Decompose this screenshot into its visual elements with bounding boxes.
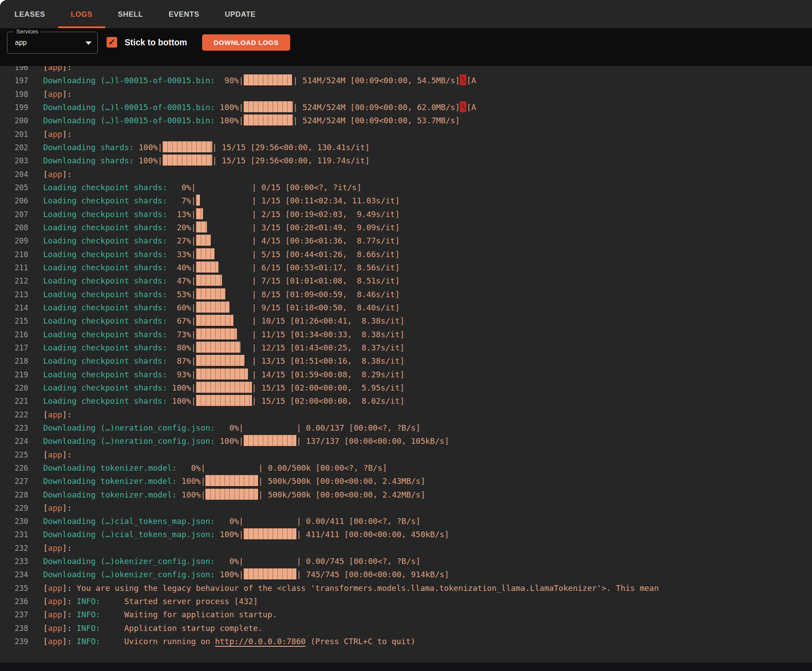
log-line-content: [app]:	[43, 450, 72, 459]
progress-bar-fill	[196, 221, 207, 232]
log-text: 100%|	[181, 490, 205, 499]
log-line-content: Loading checkpoint shards: 100%|| 15/15 …	[43, 383, 405, 392]
log-text: app	[48, 66, 63, 72]
line-number: 220	[0, 381, 28, 394]
log-text: [	[43, 637, 48, 646]
log-text: INFO:	[72, 623, 100, 633]
log-text: Loading checkpoint shards:	[43, 330, 172, 339]
progress-bar	[244, 435, 296, 446]
log-text: Downloading (…)l-00015-of-00015.bin:	[43, 76, 220, 85]
progress-bar	[196, 235, 252, 246]
log-line-content: [app]: You are using the legacy behaviou…	[43, 583, 659, 593]
log-lines: 196[app]:197Downloading (…)l-00015-of-00…	[0, 66, 812, 648]
log-text: [	[43, 623, 48, 633]
progress-bar	[205, 475, 258, 486]
line-number: 227	[0, 475, 28, 488]
log-line-content: Loading checkpoint shards: 53%|| 8/15 [0…	[43, 290, 400, 299]
tab-events[interactable]: EVENTS	[156, 0, 212, 28]
progress-bar-fill	[196, 355, 244, 366]
stick-to-bottom-checkbox[interactable]: ✓	[107, 37, 117, 48]
progress-bar	[196, 315, 252, 326]
line-number: 213	[0, 288, 28, 301]
line-number: 208	[0, 221, 28, 234]
line-number: 232	[0, 542, 28, 555]
log-text: 93%|	[172, 370, 196, 379]
log-text: | 1/15 [00:11<02:34, 11.03s/it]	[252, 196, 400, 205]
log-text: Downloading (…)cial_tokens_map.json:	[43, 516, 220, 526]
log-line: 224Downloading (…)neration_config.json: …	[0, 435, 812, 448]
log-text: Loading checkpoint shards:	[43, 236, 172, 245]
line-number: 225	[0, 448, 28, 461]
log-line: 221Loading checkpoint shards: 100%|| 15/…	[0, 394, 812, 408]
progress-bar	[244, 528, 296, 539]
log-line-content: [app]:	[43, 66, 72, 72]
log-text: ]:	[62, 503, 72, 512]
log-text: 20%|	[172, 223, 196, 232]
line-number: 224	[0, 435, 28, 448]
progress-bar	[162, 155, 212, 166]
log-text: | 6/15 [00:53<01:17, 8.56s/it]	[252, 263, 400, 272]
log-text: [	[43, 410, 48, 419]
progress-bar	[196, 262, 252, 273]
log-text: ]:	[62, 637, 72, 646]
log-line: 229[app]:	[0, 501, 812, 515]
tab-leases[interactable]: LEASES	[2, 0, 58, 28]
log-text: 100%|	[220, 436, 244, 446]
line-number: 216	[0, 328, 28, 341]
progress-bar-fill	[162, 141, 212, 152]
chevron-down-icon	[85, 41, 92, 45]
log-text: | 0.00/137 [00:00<?, ?B/s]	[296, 423, 421, 432]
log-line: 196[app]:	[0, 66, 812, 74]
logs-panel: LEASESLOGSSHELLEVENTSUPDATE Services app…	[0, 0, 812, 663]
log-text: [	[43, 543, 48, 553]
progress-bar-fill	[196, 235, 211, 246]
log-line-content: Downloading tokenizer.model: 0%|| 0.00/5…	[43, 463, 387, 472]
log-text: app	[48, 583, 63, 593]
line-number: 207	[0, 208, 28, 221]
url-link[interactable]: http://0.0.0.0:7860	[215, 637, 306, 647]
tab-shell[interactable]: SHELL	[105, 0, 156, 28]
log-line: 237[app]: INFO: Waiting for application …	[0, 608, 812, 621]
log-text: ]:	[62, 66, 72, 72]
log-line-content: Loading checkpoint shards: 40%|| 6/15 [0…	[43, 263, 400, 272]
progress-bar	[196, 208, 252, 219]
progress-bar-fill	[196, 369, 248, 380]
log-line: 197Downloading (…)l-00015-of-00015.bin: …	[0, 74, 812, 87]
stick-to-bottom-label[interactable]: Stick to bottom	[125, 37, 187, 48]
log-text: Downloading shards:	[43, 156, 139, 165]
log-text: | 0.00/500k [00:00<?, ?B/s]	[258, 463, 387, 472]
log-text: 100%|	[220, 530, 244, 539]
tab-logs[interactable]: LOGS	[58, 0, 105, 28]
log-line: 207Loading checkpoint shards: 13%|| 2/15…	[0, 208, 812, 221]
log-line: 205Loading checkpoint shards: 0%|| 0/15 …	[0, 181, 812, 194]
services-select[interactable]: Services app	[7, 32, 98, 54]
log-text: app	[48, 610, 63, 619]
log-text: 53%|	[172, 290, 196, 299]
line-number: 221	[0, 394, 28, 408]
log-text: | 0.00/411 [00:00<?, ?B/s]	[296, 516, 421, 526]
log-line-content: Downloading (…)l-00015-of-00015.bin: 100…	[43, 103, 476, 112]
progress-bar-fill	[244, 528, 296, 539]
log-text: Loading checkpoint shards:	[43, 290, 172, 299]
log-text: 0%|	[220, 423, 244, 432]
log-text: | 514M/524M [00:09<00:00, 54.5MB/s]	[293, 76, 460, 85]
tab-update[interactable]: UPDATE	[212, 0, 269, 28]
line-number: 235	[0, 582, 28, 595]
log-text: ]:	[62, 170, 72, 179]
log-viewer[interactable]: 196[app]:197Downloading (…)l-00015-of-00…	[0, 66, 812, 663]
progress-bar	[205, 462, 258, 473]
log-line: 226Downloading tokenizer.model: 0%|| 0.0…	[0, 461, 812, 475]
progress-bar-fill	[244, 568, 296, 579]
log-text: | 15/15 [29:56<00:00, 130.41s/it]	[212, 143, 370, 152]
log-text: 98%|	[220, 76, 244, 85]
progress-bar-fill	[244, 74, 292, 85]
download-logs-button[interactable]: DOWNLOAD LOGS	[202, 34, 290, 51]
progress-bar	[196, 342, 252, 353]
log-text: Loading checkpoint shards:	[43, 210, 172, 219]
log-text: app	[48, 89, 63, 99]
log-text: ]:	[62, 450, 72, 459]
log-text: app	[48, 129, 63, 139]
log-text: 40%|	[172, 263, 196, 272]
log-text: 87%|	[172, 356, 196, 365]
log-line-content: Downloading (…)neration_config.json: 0%|…	[43, 423, 421, 432]
